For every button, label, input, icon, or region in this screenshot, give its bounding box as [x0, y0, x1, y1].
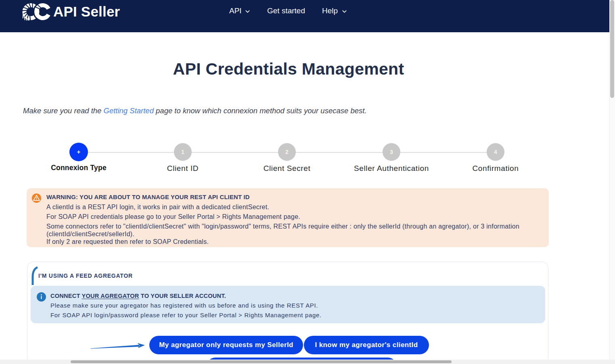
chevron-down-icon: [341, 8, 347, 15]
nav-item-get-started[interactable]: Get started: [267, 6, 305, 15]
info-banner: CONNECT YOUR AGREGATOR TO YOUR SELLER AC…: [31, 286, 545, 323]
warning-line: A clientId is a REST API login, it works…: [46, 203, 531, 211]
agregator-sellerid-button[interactable]: My agregator only requests my SellerId: [149, 336, 303, 354]
step-marker: 4: [487, 143, 504, 161]
warning-line-connectors: Some connectors refer to "clientId/clien…: [46, 223, 519, 237]
info-title: CONNECT YOUR AGREGATOR TO YOUR SELLER AC…: [50, 291, 322, 301]
step-marker: 3: [383, 143, 400, 161]
info-title-pre: CONNECT: [50, 293, 82, 299]
nav-item-api[interactable]: API: [229, 6, 242, 15]
step-client-secret: 2 Client Secret: [234, 143, 339, 173]
info-title-post: TO YOUR SELLER ACCOUNT.: [139, 293, 226, 299]
step-label: Seller Authentication: [339, 164, 444, 173]
step-client-id: 1 Client ID: [130, 143, 235, 173]
step-label: Client ID: [130, 164, 235, 173]
step-label: Client Secret: [234, 164, 339, 173]
card-title: I'M USING A FEED AGREGATOR: [38, 272, 133, 279]
getting-started-link[interactable]: Getting Started: [104, 106, 154, 115]
top-nav-bar: API Seller API Get started Help: [0, 0, 609, 32]
agregator-clientid-button[interactable]: I know my agregator's clientId: [304, 336, 429, 354]
info-line: Please make sure your agregator has regi…: [50, 301, 322, 310]
octopia-logo-icon[interactable]: [22, 3, 52, 21]
step-marker: 1: [174, 143, 192, 161]
warning-text: WARNING: YOU ARE ABOUT TO MANAGE YOUR RE…: [46, 193, 531, 248]
horizontal-scrollbar-thumb[interactable]: [71, 360, 452, 363]
intro-text-pre: Make sure you read the: [23, 106, 104, 115]
intro-text-post: page to know which connexion method suit…: [154, 106, 367, 115]
info-icon: [37, 292, 46, 302]
info-line: For SOAP API login/password please refer…: [50, 310, 322, 320]
step-seller-authentication: 3 Seller Authentication: [339, 143, 444, 173]
your-agregator-underline: YOUR AGREGATOR: [82, 293, 139, 299]
step-label: Connexion Type: [26, 164, 131, 172]
page: API Seller API Get started Help API Cred…: [0, 0, 615, 364]
nav-item-help[interactable]: Help: [322, 6, 338, 15]
warning-icon: [32, 193, 41, 203]
step-label: Confirmation: [443, 164, 548, 173]
brand-title[interactable]: API Seller: [53, 3, 120, 20]
warning-banner: WARNING: YOU ARE ABOUT TO MANAGE YOUR RE…: [27, 188, 549, 247]
annotation-arrow-icon: [90, 342, 146, 350]
warning-line-soap: If only 2 are requested then refer to SO…: [46, 238, 209, 245]
warning-line: Some connectors refer to "clientId/clien…: [46, 223, 531, 245]
info-text: CONNECT YOUR AGREGATOR TO YOUR SELLER AC…: [50, 291, 322, 320]
intro-text: Make sure you read the Getting Started p…: [23, 106, 367, 115]
step-confirmation: 4 Confirmation: [443, 143, 548, 173]
main-content: API Credentials Management Make sure you…: [0, 32, 609, 360]
step-marker: 2: [278, 143, 296, 161]
warning-line: For SOAP API credentials please go to yo…: [46, 213, 531, 220]
page-title: API Credentials Management: [173, 60, 404, 79]
warning-title: WARNING: YOU ARE ABOUT TO MANAGE YOUR RE…: [46, 193, 531, 201]
chevron-down-icon: [245, 8, 251, 15]
vertical-scrollbar-thumb[interactable]: [610, 0, 614, 98]
step-connexion-type: + Connexion Type: [26, 143, 131, 172]
scrollbar-corner: [609, 360, 615, 364]
step-marker-active: +: [69, 143, 88, 161]
